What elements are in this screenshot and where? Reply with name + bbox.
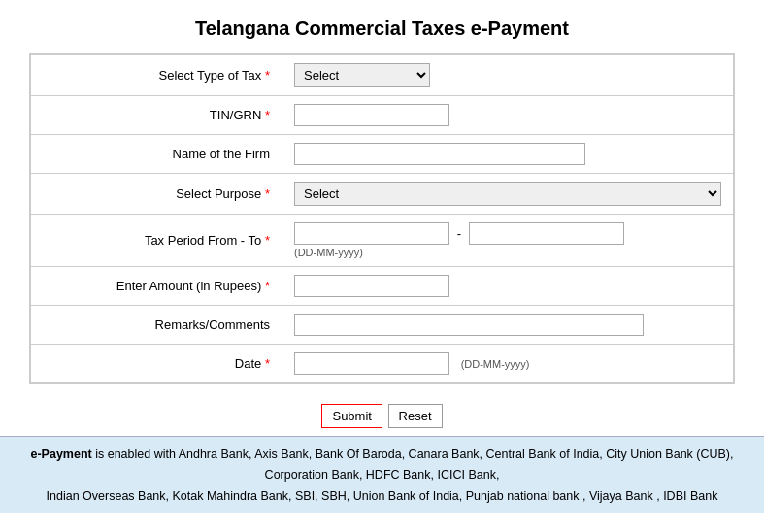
tax-period-from-input[interactable]	[294, 222, 449, 245]
tax-type-label: Select Type of Tax *	[31, 55, 282, 96]
button-row: Submit Reset	[0, 394, 764, 436]
required-mark-5: *	[265, 279, 270, 293]
page-title: Telangana Commercial Taxes e-Payment	[0, 0, 764, 53]
footer-text-2: Indian Overseas Bank, Kotak Mahindra Ban…	[47, 489, 718, 503]
required-mark-1: *	[265, 68, 270, 83]
table-row: Remarks/Comments	[31, 306, 734, 345]
remarks-input[interactable]	[294, 314, 644, 336]
tax-type-label-text: Select Type of Tax	[159, 68, 262, 83]
submit-button[interactable]: Submit	[321, 404, 382, 428]
tax-period-label: Tax Period From - To *	[31, 215, 282, 267]
period-dash: -	[457, 226, 461, 241]
table-row: Select Type of Tax * Select VAT CST Entr…	[31, 55, 734, 96]
firm-name-cell	[282, 135, 734, 174]
remarks-cell	[282, 306, 734, 345]
date-input[interactable]	[294, 352, 449, 375]
date-hint-single: (DD-MM-yyyy)	[461, 358, 530, 370]
purpose-select[interactable]: Select Tax Interest Penalty Fee Other	[294, 182, 721, 206]
tax-type-select[interactable]: Select VAT CST Entry Tax Entertainment T…	[294, 63, 430, 87]
firm-name-label: Name of the Firm	[31, 135, 282, 174]
tin-cell	[282, 96, 734, 135]
required-mark-3: *	[265, 186, 270, 201]
form-container: Select Type of Tax * Select VAT CST Entr…	[29, 53, 735, 384]
amount-label: Enter Amount (in Rupees) *	[31, 267, 282, 306]
required-mark-6: *	[265, 356, 270, 371]
tax-type-cell: Select VAT CST Entry Tax Entertainment T…	[282, 55, 734, 96]
amount-cell	[282, 267, 734, 306]
remarks-label: Remarks/Comments	[31, 306, 282, 345]
date-cell: (DD-MM-yyyy)	[282, 345, 734, 383]
table-row: Tax Period From - To * - (DD-MM-yyyy)	[31, 215, 734, 267]
table-row: Select Purpose * Select Tax Interest Pen…	[31, 174, 734, 215]
footer-text-1: is enabled with Andhra Bank, Axis Bank, …	[92, 448, 734, 482]
table-row: Date * (DD-MM-yyyy)	[31, 345, 734, 383]
tin-label: TIN/GRN *	[31, 96, 282, 135]
firm-name-input[interactable]	[294, 143, 585, 165]
table-row: TIN/GRN *	[31, 96, 734, 135]
date-label-text: Date	[235, 356, 261, 371]
firm-name-label-text: Name of the Firm	[173, 147, 270, 161]
purpose-label-text: Select Purpose	[176, 186, 261, 201]
remarks-label-text: Remarks/Comments	[155, 317, 270, 332]
date-hint-period: (DD-MM-yyyy)	[294, 247, 721, 258]
required-mark-4: *	[265, 233, 270, 248]
purpose-cell: Select Tax Interest Penalty Fee Other	[282, 174, 734, 215]
form-table: Select Type of Tax * Select VAT CST Entr…	[30, 54, 734, 383]
amount-input[interactable]	[294, 275, 449, 297]
amount-label-text: Enter Amount (in Rupees)	[116, 279, 262, 293]
tin-label-text: TIN/GRN	[210, 108, 261, 122]
date-label: Date *	[31, 345, 282, 383]
table-row: Name of the Firm	[31, 135, 734, 174]
tin-input[interactable]	[294, 104, 449, 126]
required-mark-2: *	[265, 108, 270, 122]
table-row: Enter Amount (in Rupees) *	[31, 267, 734, 306]
tax-period-cell: - (DD-MM-yyyy)	[282, 215, 734, 267]
tax-period-label-text: Tax Period From - To	[145, 233, 261, 248]
footer-epayment-bold: e-Payment	[31, 448, 92, 461]
purpose-label: Select Purpose *	[31, 174, 282, 215]
tax-period-to-input[interactable]	[469, 222, 624, 245]
reset-button[interactable]: Reset	[388, 404, 443, 428]
footer-bar: e-Payment is enabled with Andhra Bank, A…	[0, 436, 764, 513]
